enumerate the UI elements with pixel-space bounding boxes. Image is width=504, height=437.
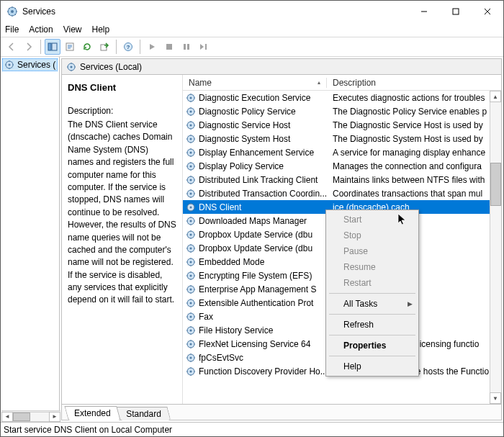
view-tabs: Extended Standard xyxy=(62,404,501,420)
ctx-help[interactable]: Help xyxy=(328,359,417,374)
svg-point-50 xyxy=(190,315,192,317)
svg-point-34 xyxy=(190,206,192,208)
tree-scroll-left[interactable]: ◄ xyxy=(1,412,13,422)
svg-point-36 xyxy=(190,220,192,222)
sort-asc-icon: ▴ xyxy=(318,79,320,86)
ctx-stop[interactable]: Stop xyxy=(328,227,417,243)
forward-button[interactable] xyxy=(21,39,37,55)
service-description: Coordinates transactions that span mul xyxy=(333,189,482,199)
scroll-up[interactable]: ▲ xyxy=(490,91,501,102)
gear-icon xyxy=(186,312,196,322)
gear-icon xyxy=(186,120,196,130)
ctx-start[interactable]: Start xyxy=(328,212,417,227)
ctx-refresh[interactable]: Refresh xyxy=(328,317,417,333)
service-name: Diagnostic Policy Service xyxy=(199,107,296,117)
context-menu: Start Stop Pause Resume Restart All Task… xyxy=(325,210,419,377)
svg-point-58 xyxy=(190,370,192,372)
pause-service-button[interactable] xyxy=(179,39,194,55)
tree-scroll-right[interactable]: ► xyxy=(49,412,60,422)
svg-point-28 xyxy=(190,165,192,167)
help-button[interactable]: ? xyxy=(120,39,136,55)
svg-point-38 xyxy=(190,233,192,235)
show-hide-tree-button[interactable] xyxy=(45,39,60,55)
services-window: Services File Action View Help ? xyxy=(0,0,504,437)
service-row[interactable]: Diagnostic Service HostThe Diagnostic Se… xyxy=(183,118,501,132)
svg-point-24 xyxy=(190,138,192,140)
tree-root-item[interactable]: Services (L xyxy=(2,58,58,71)
gear-icon xyxy=(186,189,196,199)
scroll-down[interactable]: ▼ xyxy=(490,392,501,404)
service-name: File History Service xyxy=(199,325,273,335)
svg-point-56 xyxy=(190,356,192,359)
menu-view[interactable]: View xyxy=(63,24,82,35)
menu-action[interactable]: Action xyxy=(29,24,53,35)
service-name: DNS Client xyxy=(199,202,241,212)
svg-point-42 xyxy=(190,261,192,263)
service-name: Distributed Link Tracking Client xyxy=(199,175,318,185)
column-name[interactable]: Name▴ xyxy=(183,78,327,88)
service-description: The Diagnostic Service Host is used by xyxy=(333,120,483,130)
service-name: Encrypting File System (EFS) xyxy=(199,271,312,281)
service-row[interactable]: Diagnostic Execution ServiceExecutes dia… xyxy=(183,91,501,104)
service-description: The Diagnostic System Host is used by xyxy=(333,134,483,144)
restart-service-button[interactable] xyxy=(196,39,212,55)
scroll-track[interactable] xyxy=(490,102,501,392)
tree-scroll-track[interactable] xyxy=(13,412,49,422)
ctx-pause[interactable]: Pause xyxy=(328,243,417,259)
service-description: Executes diagnostic actions for troubles xyxy=(333,93,485,103)
close-button[interactable] xyxy=(472,1,503,22)
detail-description: The DNS Client service (dnscache) caches… xyxy=(68,119,176,307)
tree-pane: Services (L ◄ ► xyxy=(1,57,60,422)
service-row[interactable]: Distributed Transaction Coordin...Coordi… xyxy=(183,186,501,200)
column-description[interactable]: Description xyxy=(327,78,501,88)
svg-point-14 xyxy=(9,64,11,66)
gear-icon xyxy=(186,93,196,103)
tree-root-label: Services (L xyxy=(17,60,55,70)
service-row[interactable]: Diagnostic Policy ServiceThe Diagnostic … xyxy=(183,104,501,118)
gear-icon xyxy=(186,107,196,117)
tab-extended[interactable]: Extended xyxy=(64,406,120,420)
detail-caption: Description: xyxy=(68,106,176,116)
service-row[interactable]: Display Enhancement ServiceA service for… xyxy=(183,145,501,159)
menu-help[interactable]: Help xyxy=(92,24,110,35)
service-name: Downloaded Maps Manager xyxy=(199,216,307,226)
service-row[interactable]: Diagnostic System HostThe Diagnostic Sys… xyxy=(183,132,501,145)
properties-button[interactable] xyxy=(62,39,78,55)
menu-file[interactable]: File xyxy=(5,24,19,35)
export-list-button[interactable] xyxy=(96,39,112,55)
gear-icon xyxy=(186,134,196,144)
ctx-restart[interactable]: Restart xyxy=(328,275,417,291)
service-description: Maintains links between NTFS files with xyxy=(333,175,485,185)
gear-icon xyxy=(66,62,76,72)
svg-point-20 xyxy=(190,110,192,112)
minimize-button[interactable] xyxy=(408,1,440,22)
ctx-all-tasks[interactable]: All Tasks▶ xyxy=(328,296,417,312)
gear-icon xyxy=(186,284,196,294)
stop-service-button[interactable] xyxy=(161,39,177,55)
svg-point-52 xyxy=(190,329,192,331)
gear-icon xyxy=(186,257,196,267)
refresh-button[interactable] xyxy=(79,39,95,55)
svg-point-26 xyxy=(190,151,192,153)
tab-standard[interactable]: Standard xyxy=(116,407,171,420)
gear-icon xyxy=(186,366,196,377)
window-title: Services xyxy=(22,6,408,17)
ctx-properties[interactable]: Properties xyxy=(328,338,417,353)
service-description: A service for managing display enhance xyxy=(333,148,485,158)
gear-icon xyxy=(186,271,196,281)
back-button[interactable] xyxy=(4,39,19,55)
ctx-resume[interactable]: Resume xyxy=(328,259,417,275)
svg-point-32 xyxy=(190,192,192,194)
start-service-button[interactable] xyxy=(144,39,160,55)
svg-rect-12 xyxy=(205,44,207,50)
service-row[interactable]: Display Policy ServiceManages the connec… xyxy=(183,159,501,173)
service-row[interactable]: Distributed Link Tracking ClientMaintain… xyxy=(183,173,501,186)
svg-point-22 xyxy=(190,124,192,126)
service-name: Display Enhancement Service xyxy=(199,148,314,158)
gear-icon xyxy=(186,298,196,308)
service-description: The Diagnostic Policy Service enables p xyxy=(333,107,487,117)
maximize-button[interactable] xyxy=(440,1,472,22)
service-name: Enterprise App Management S xyxy=(199,284,316,294)
gear-icon xyxy=(186,325,196,335)
gear-icon xyxy=(186,202,196,212)
